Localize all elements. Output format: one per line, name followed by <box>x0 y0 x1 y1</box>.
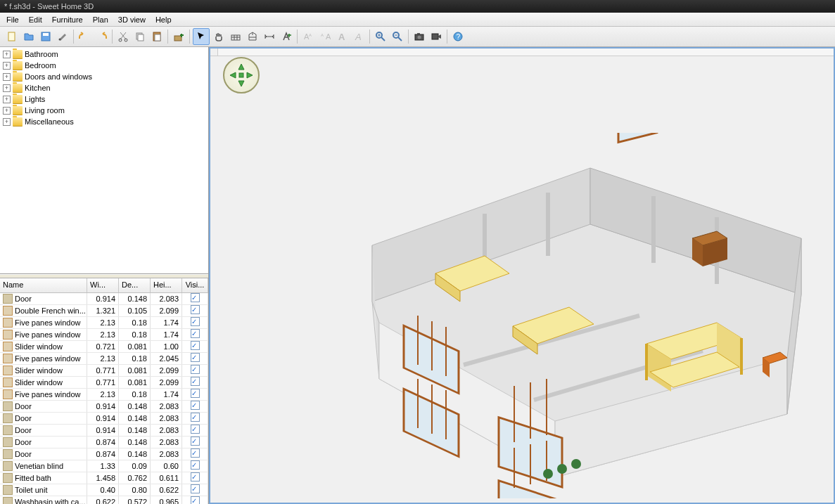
menu-3d-view[interactable]: 3D view <box>113 14 151 25</box>
visible-checkbox[interactable] <box>191 460 200 470</box>
catalog-category[interactable]: +Bathroom <box>1 49 208 60</box>
furniture-row[interactable]: Double French win...1.3210.1052.099 <box>0 305 208 317</box>
paste-button[interactable] <box>149 29 165 44</box>
visible-checkbox[interactable] <box>191 353 200 362</box>
create-video-button[interactable] <box>428 29 444 44</box>
save-button[interactable] <box>38 29 53 44</box>
visible-checkbox[interactable] <box>191 496 200 504</box>
furniture-row[interactable]: Slider window0.7210.0811.00 <box>0 341 208 353</box>
menu-file[interactable]: File <box>1 14 24 25</box>
furniture-row[interactable]: Door0.8740.1482.083 <box>0 448 208 460</box>
catalog-category[interactable]: +Living room <box>1 105 208 116</box>
decrease-text-button[interactable]: AA <box>317 29 333 44</box>
col-depth[interactable]: De... <box>119 278 151 292</box>
title-bar[interactable]: * f.sh3d - Sweet Home 3D <box>0 0 835 13</box>
col-name[interactable]: Name <box>0 278 87 292</box>
svg-rect-23 <box>432 34 438 39</box>
3d-viewport[interactable] <box>209 47 835 504</box>
pan-tool-button[interactable] <box>211 29 227 44</box>
menu-plan[interactable]: Plan <box>88 14 113 25</box>
select-tool-button[interactable] <box>193 28 210 45</box>
catalog-category[interactable]: +Bedroom <box>1 60 208 71</box>
expand-icon[interactable]: + <box>3 118 11 126</box>
furniture-row[interactable]: Five panes window2.130.181.74 <box>0 317 208 329</box>
expand-icon[interactable]: + <box>3 84 11 92</box>
catalog-category[interactable]: +Kitchen <box>1 82 208 93</box>
furniture-row[interactable]: Door0.9140.1482.083 <box>0 293 208 305</box>
furniture-row[interactable]: Washbasin with ca...0.6220.5720.965 <box>0 496 208 504</box>
visible-checkbox[interactable] <box>191 484 200 493</box>
create-walls-button[interactable] <box>228 29 243 44</box>
col-height[interactable]: Hei... <box>151 278 182 292</box>
open-button[interactable] <box>21 29 37 44</box>
bold-button[interactable]: A <box>334 29 350 44</box>
visible-checkbox[interactable] <box>191 365 200 374</box>
furniture-row[interactable]: Door0.9140.1482.083 <box>0 413 208 425</box>
visible-checkbox[interactable] <box>191 401 200 410</box>
furniture-list[interactable]: Door0.9140.1482.083Double French win...1… <box>0 293 208 504</box>
furniture-row[interactable]: Five panes window2.130.181.74 <box>0 389 208 401</box>
help-button[interactable]: ? <box>450 29 466 44</box>
furniture-row[interactable]: Five panes window2.130.181.74 <box>0 329 208 341</box>
preferences-button[interactable] <box>55 29 70 44</box>
furniture-row[interactable]: Door0.9140.1482.083 <box>0 401 208 413</box>
furniture-row[interactable]: Door0.8740.1482.083 <box>0 437 208 448</box>
furniture-row[interactable]: Door0.9140.1482.083 <box>0 425 208 437</box>
expand-icon[interactable]: + <box>3 51 11 58</box>
item-height: 0.622 <box>151 484 182 496</box>
catalog-category[interactable]: +Miscellaneous <box>1 116 208 127</box>
cut-button[interactable] <box>115 29 131 44</box>
item-depth: 0.081 <box>119 341 151 352</box>
visible-checkbox[interactable] <box>191 389 200 398</box>
expand-icon[interactable]: + <box>3 107 11 115</box>
visible-checkbox[interactable] <box>191 317 200 326</box>
svg-text:A: A <box>338 32 345 42</box>
menu-bar: File Edit Furniture Plan 3D view Help <box>0 13 835 27</box>
separator <box>297 30 298 44</box>
item-visible-cell <box>182 305 208 316</box>
menu-help[interactable]: Help <box>151 14 177 25</box>
create-photo-button[interactable] <box>412 29 427 44</box>
create-dimensions-button[interactable] <box>262 29 277 44</box>
visible-checkbox[interactable] <box>191 413 200 422</box>
col-width[interactable]: Wi... <box>87 278 119 292</box>
create-text-button[interactable] <box>279 29 294 44</box>
increase-text-button[interactable]: AA <box>300 29 316 44</box>
compass-control[interactable] <box>223 57 260 93</box>
visible-checkbox[interactable] <box>191 425 200 434</box>
create-rooms-button[interactable] <box>245 29 260 44</box>
catalog-category[interactable]: +Doors and windows <box>1 71 208 82</box>
menu-edit[interactable]: Edit <box>24 14 47 25</box>
visible-checkbox[interactable] <box>191 377 200 386</box>
zoom-out-button[interactable] <box>390 29 405 44</box>
col-visible[interactable]: Visi... <box>182 278 208 292</box>
folder-icon <box>13 106 23 115</box>
catalog-category[interactable]: +Lights <box>1 93 208 105</box>
visible-checkbox[interactable] <box>191 472 200 482</box>
item-width: 2.13 <box>87 389 119 400</box>
visible-checkbox[interactable] <box>191 293 200 302</box>
catalog-tree[interactable]: +Bathroom+Bedroom+Doors and windows+Kitc… <box>0 47 208 274</box>
furniture-row[interactable]: Venetian blind1.330.090.60 <box>0 460 208 472</box>
expand-icon[interactable]: + <box>3 73 11 81</box>
visible-checkbox[interactable] <box>191 341 200 350</box>
expand-icon[interactable]: + <box>3 62 11 70</box>
new-button[interactable] <box>4 29 20 44</box>
add-furniture-button[interactable] <box>171 29 186 44</box>
redo-button[interactable] <box>94 29 109 44</box>
furniture-row[interactable]: Slider window0.7710.0812.099 <box>0 365 208 377</box>
furniture-row[interactable]: Slider window0.7710.0812.099 <box>0 377 208 389</box>
furniture-row[interactable]: Fitted bath1.4580.7620.611 <box>0 472 208 484</box>
visible-checkbox[interactable] <box>191 329 200 338</box>
visible-checkbox[interactable] <box>191 305 200 314</box>
furniture-row[interactable]: Five panes window2.130.182.045 <box>0 353 208 365</box>
visible-checkbox[interactable] <box>191 448 200 458</box>
zoom-in-button[interactable] <box>373 29 388 44</box>
copy-button[interactable] <box>132 29 148 44</box>
italic-button[interactable]: A <box>351 29 366 44</box>
furniture-row[interactable]: Toilet unit0.400.800.622 <box>0 484 208 496</box>
visible-checkbox[interactable] <box>191 437 200 446</box>
expand-icon[interactable]: + <box>3 96 11 103</box>
menu-furniture[interactable]: Furniture <box>47 14 88 25</box>
undo-button[interactable] <box>77 29 92 44</box>
